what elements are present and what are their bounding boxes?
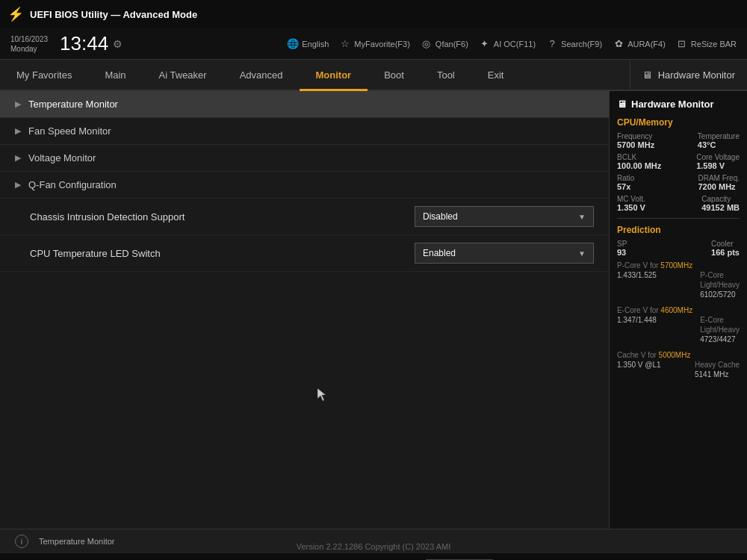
- voltage-monitor-label: Voltage Monitor: [28, 152, 96, 164]
- nav-exit[interactable]: Exit: [471, 61, 521, 91]
- globe-icon: 🌐: [287, 38, 299, 50]
- arrow-icon-4: ▶: [15, 180, 21, 190]
- shortcut-myfavorite-label: MyFavorite(F3): [354, 40, 410, 49]
- stat-dramfreq-name: DRAM Freq.: [698, 174, 740, 182]
- time-bar: 10/16/2023 Monday 13:44 ⚙ 🌐 English ☆ My…: [0, 28, 747, 60]
- nav-advanced[interactable]: Advanced: [223, 61, 300, 91]
- nav-main[interactable]: Main: [88, 61, 142, 91]
- monitor-icon: 🖥: [642, 69, 652, 81]
- ecore-stat-row: 1.347/1.448 E-Core Light/Heavy 4723/4427: [617, 316, 740, 347]
- arrow-icon: ▶: [15, 99, 21, 109]
- cache-stat-row: 1.350 V @L1 Heavy Cache 5141 MHz: [617, 361, 740, 382]
- hw-monitor-panel-header: 🖥 Hardware Monitor: [630, 60, 747, 90]
- shortcut-rebar-label: ReSize BAR: [691, 40, 737, 49]
- cache-heavy-label: Heavy Cache: [695, 361, 740, 369]
- shortcut-myfavorite[interactable]: ☆ MyFavorite(F3): [339, 38, 410, 50]
- menu-section: ▶ Temperature Monitor ▶ Fan Speed Monito…: [0, 91, 609, 272]
- nav-tool[interactable]: Tool: [421, 61, 471, 91]
- fan-icon: ◎: [421, 38, 433, 50]
- pcore-stat-row: 1.433/1.525 P-Core Light/Heavy 6102/5720: [617, 271, 740, 302]
- ai-icon: ✦: [479, 38, 491, 50]
- pcore-section: P-Core V for 5700MHz 1.433/1.525 P-Core …: [617, 261, 740, 302]
- stat-mcvolt-row: MC Volt. 1.350 V Capacity 49152 MB: [617, 195, 740, 212]
- stat-sp-value: 93: [617, 248, 627, 257]
- cpu-temp-led-value: Enabled: [423, 248, 456, 258]
- nav-boot[interactable]: Boot: [368, 61, 421, 91]
- menu-item-voltage-monitor[interactable]: ▶ Voltage Monitor: [0, 145, 609, 172]
- app-title: UEFI BIOS Utility — Advanced Mode: [30, 9, 197, 20]
- time-text: 13:44: [60, 32, 108, 55]
- cpu-temp-led-label: CPU Temperature LED Switch: [30, 248, 415, 259]
- rebar-icon: ⊡: [676, 38, 688, 50]
- stat-temperature-name: Temperature: [698, 132, 740, 140]
- stat-cooler-value: 166 pts: [711, 248, 740, 257]
- main-layout: ▶ Temperature Monitor ▶ Fan Speed Monito…: [0, 91, 747, 529]
- ecore-voltage: 1.347/1.448: [617, 316, 657, 343]
- aura-icon: ✿: [613, 38, 624, 50]
- settings-icon[interactable]: ⚙: [113, 38, 123, 50]
- shortcut-search-label: Search(F9): [561, 40, 602, 49]
- chassis-label: Chassis Intrusion Detection Support: [30, 211, 415, 223]
- menu-item-qfan-config[interactable]: ▶ Q-Fan Configuration: [0, 172, 609, 199]
- shortcut-english[interactable]: 🌐 English: [287, 38, 329, 50]
- stat-capacity-name: Capacity: [701, 195, 740, 203]
- cpu-memory-section-label: CPU/Memory: [617, 117, 740, 128]
- stat-ratio-row: Ratio 57x DRAM Freq. 7200 MHz: [617, 174, 740, 191]
- shortcut-aioc-label: AI OC(F11): [494, 40, 536, 49]
- shortcut-aioc[interactable]: ✦ AI OC(F11): [479, 38, 536, 50]
- cpu-temp-led-dropdown[interactable]: Enabled ▼: [415, 243, 594, 264]
- pcore-light-heavy-label: P-Core: [700, 271, 740, 279]
- shortcut-aura-label: AURA(F4): [627, 40, 666, 49]
- asus-logo: ⚡: [7, 6, 24, 22]
- info-text: Temperature Monitor: [39, 537, 115, 546]
- cache-label: Cache V for 5000MHz: [617, 351, 740, 359]
- menu-item-fan-speed-monitor[interactable]: ▶ Fan Speed Monitor: [0, 118, 609, 145]
- arrow-icon-3: ▶: [15, 153, 21, 163]
- chassis-dropdown[interactable]: Disabled ▼: [415, 206, 594, 227]
- right-panel-title: 🖥 Hardware Monitor: [617, 99, 740, 110]
- ecore-section: E-Core V for 4600MHz 1.347/1.448 E-Core …: [617, 306, 740, 347]
- right-panel: 🖥 Hardware Monitor CPU/Memory Frequency …: [609, 91, 747, 529]
- stat-mcvolt-value: 1.350 V: [617, 203, 645, 212]
- stat-ratio-name: Ratio: [617, 174, 634, 182]
- nav-my-favorites[interactable]: My Favorites: [0, 61, 88, 91]
- shortcut-qfan[interactable]: ◎ Qfan(F6): [421, 38, 468, 50]
- prediction-section-label: Prediction: [617, 225, 740, 235]
- ecore-label: E-Core V for 4600MHz: [617, 306, 740, 314]
- shortcut-rebar[interactable]: ⊡ ReSize BAR: [676, 38, 737, 50]
- date-text: 10/16/2023: [10, 34, 48, 44]
- datetime-display: 10/16/2023 Monday: [10, 34, 48, 54]
- stat-corevoltage-name: Core Voltage: [696, 153, 740, 161]
- stat-frequency-value: 5700 MHz: [617, 140, 654, 149]
- dropdown-arrow-chassis: ▼: [578, 213, 586, 221]
- nav-ai-tweaker[interactable]: Ai Tweaker: [143, 61, 223, 91]
- menu-row-chassis: Chassis Intrusion Detection Support Disa…: [0, 199, 609, 235]
- monitor-panel-icon: 🖥: [617, 99, 627, 110]
- ecore-light-heavy-label2: Light/Heavy: [700, 326, 740, 334]
- stat-bclk-name: BCLK: [617, 153, 661, 161]
- stat-bclk-row: BCLK 100.00 MHz Core Voltage 1.598 V: [617, 153, 740, 170]
- clock-display: 13:44 ⚙: [60, 32, 123, 55]
- star-icon: ☆: [339, 38, 351, 50]
- menu-row-cpu-temp-led: CPU Temperature LED Switch Enabled ▼: [0, 235, 609, 272]
- top-bar: ⚡ UEFI BIOS Utility — Advanced Mode: [0, 0, 747, 28]
- stat-frequency-row: Frequency 5700 MHz Temperature 43°C: [617, 132, 740, 149]
- stat-capacity-value: 49152 MB: [701, 203, 740, 212]
- copyright-text: Version 2.22.1286 Copyright (C) 2023 AMI: [297, 542, 451, 551]
- stat-bclk-value: 100.00 MHz: [617, 161, 661, 170]
- search-icon: ?: [546, 38, 558, 50]
- stat-ratio-value: 57x: [617, 182, 634, 191]
- stat-mcvolt-name: MC Volt.: [617, 195, 645, 203]
- nav-monitor[interactable]: Monitor: [300, 61, 368, 91]
- stat-frequency-name: Frequency: [617, 132, 654, 140]
- stat-dramfreq-value: 7200 MHz: [698, 182, 740, 191]
- shortcut-search[interactable]: ? Search(F9): [546, 38, 602, 50]
- shortcut-aura[interactable]: ✿ AURA(F4): [613, 38, 666, 50]
- qfan-config-label: Q-Fan Configuration: [28, 179, 117, 190]
- ecore-freq: 4600MHz: [660, 306, 692, 314]
- shortcut-qfan-label: Qfan(F6): [436, 40, 468, 49]
- ecore-light-heavy-val: 4723/4427: [700, 335, 740, 343]
- nav-bar: My Favorites Main Ai Tweaker Advanced Mo…: [0, 60, 747, 91]
- stat-corevoltage-value: 1.598 V: [696, 161, 740, 170]
- menu-item-temperature-monitor[interactable]: ▶ Temperature Monitor: [0, 91, 609, 118]
